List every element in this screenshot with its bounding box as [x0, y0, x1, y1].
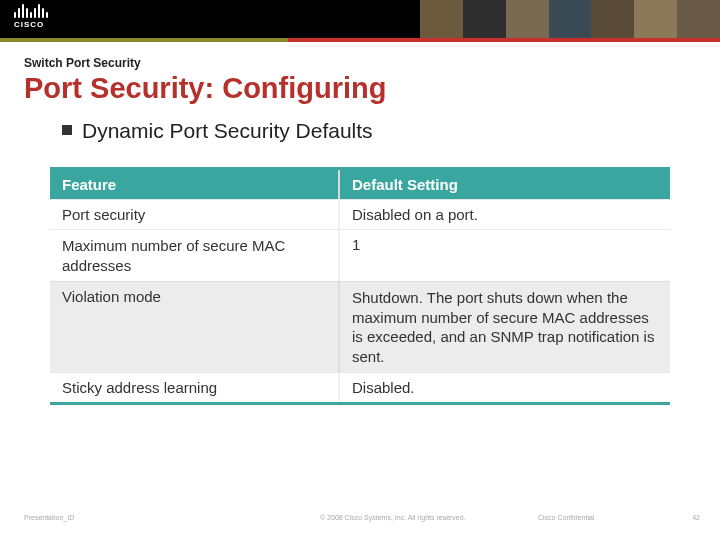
table-row: Maximum number of secure MAC addresses 1 [50, 229, 670, 281]
footer-presentation-id: Presentation_ID [24, 514, 74, 521]
defaults-table: Feature Default Setting Port security Di… [50, 167, 670, 405]
section-kicker: Switch Port Security [24, 56, 696, 70]
cell-feature: Sticky address learning [50, 372, 340, 402]
col-header-default: Default Setting [340, 170, 670, 199]
bullet-text: Dynamic Port Security Defaults [82, 119, 373, 143]
cisco-logo: CISCO [14, 4, 48, 29]
footer-confidential: Cisco Confidential [538, 514, 594, 521]
cell-default: 1 [340, 229, 670, 281]
page-title: Port Security: Configuring [24, 72, 696, 105]
table-header-row: Feature Default Setting [50, 170, 670, 199]
header-photo-strip [420, 0, 720, 38]
footer-copyright: © 2008 Cisco Systems, Inc. All rights re… [320, 514, 466, 521]
logo-bars-icon [14, 4, 48, 18]
cell-feature: Violation mode [50, 281, 340, 372]
footer: Presentation_ID © 2008 Cisco Systems, In… [0, 514, 720, 530]
top-bar: CISCO [0, 0, 720, 38]
cell-default: Shutdown. The port shuts down when the m… [340, 281, 670, 372]
bullet-row: Dynamic Port Security Defaults [62, 119, 696, 143]
table-row: Port security Disabled on a port. [50, 199, 670, 229]
page-number: 42 [692, 514, 700, 521]
col-header-feature: Feature [50, 170, 340, 199]
cell-feature: Maximum number of secure MAC addresses [50, 229, 340, 281]
table-row: Violation mode Shutdown. The port shuts … [50, 281, 670, 372]
cell-default: Disabled on a port. [340, 199, 670, 229]
slide-content: Switch Port Security Port Security: Conf… [0, 42, 720, 405]
table-row: Sticky address learning Disabled. [50, 372, 670, 402]
bullet-icon [62, 125, 72, 135]
cell-feature: Port security [50, 199, 340, 229]
logo-text: CISCO [14, 20, 48, 29]
cell-default: Disabled. [340, 372, 670, 402]
